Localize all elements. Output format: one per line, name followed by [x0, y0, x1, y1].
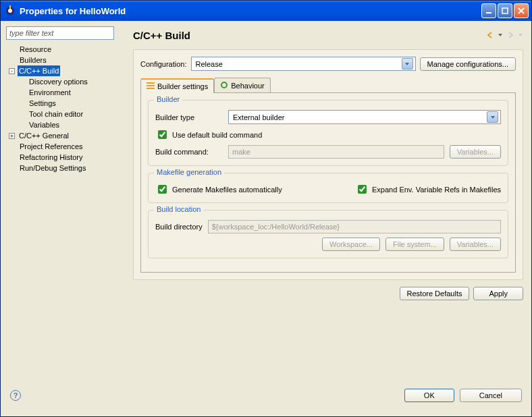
svg-rect-9: [147, 88, 155, 89]
build-location-group: Build location Build directory Workspace…: [148, 210, 508, 258]
apply-button[interactable]: Apply: [473, 287, 523, 300]
tree-item-environment[interactable]: Environment: [16, 87, 119, 98]
filter-input[interactable]: [6, 26, 114, 40]
app-icon: [5, 5, 16, 16]
builder-type-label: Builder type: [155, 113, 223, 121]
configuration-combo[interactable]: Release: [191, 57, 416, 71]
build-variables-button: Variables...: [450, 145, 501, 159]
expand-env-checkbox[interactable]: Expand Env. Variable Refs in Makefiles: [355, 183, 501, 196]
location-variables-button: Variables...: [450, 238, 501, 251]
nav-forward-icon: [506, 30, 515, 40]
restore-defaults-button[interactable]: Restore Defaults: [400, 287, 470, 300]
svg-point-10: [221, 82, 227, 88]
dropdown-icon: [518, 32, 523, 38]
svg-point-1: [8, 9, 12, 13]
tree-item-run-debug[interactable]: Run/Debug Settings: [6, 163, 119, 173]
svg-rect-2: [9, 5, 11, 9]
svg-rect-8: [147, 85, 155, 86]
tree-item-variables[interactable]: Variables: [16, 119, 119, 130]
build-directory-field: [208, 220, 501, 233]
tree-item-cpp-general[interactable]: +C/C++ General: [6, 130, 119, 141]
tree-item-toolchain[interactable]: Tool chain editor: [16, 109, 119, 119]
chevron-down-icon: [402, 58, 413, 70]
collapse-icon[interactable]: -: [9, 68, 15, 74]
build-directory-label: Build directory: [155, 223, 203, 231]
ok-button[interactable]: OK: [404, 389, 454, 402]
tab-behaviour[interactable]: Behaviour: [214, 78, 271, 92]
workspace-button: Workspace...: [322, 238, 380, 251]
build-command-field: [228, 145, 444, 159]
svg-rect-4: [502, 8, 508, 13]
use-default-build-checkbox[interactable]: Use default build command: [155, 128, 262, 141]
dropdown-icon[interactable]: [498, 32, 503, 38]
builder-type-combo[interactable]: External builder: [228, 110, 501, 124]
nav-tree: Resource Builders -C/C++ Build Discovery…: [6, 44, 119, 173]
generate-makefiles-checkbox[interactable]: Generate Makefiles automatically: [155, 183, 282, 196]
close-button[interactable]: [514, 3, 529, 18]
tree-item-discovery[interactable]: Discovery options: [16, 76, 119, 87]
nav-back-icon[interactable]: [485, 30, 495, 40]
tree-item-refactoring-history[interactable]: Refactoring History: [6, 152, 119, 163]
manage-configurations-button[interactable]: Manage configurations...: [420, 57, 516, 71]
tree-item-resource[interactable]: Resource: [6, 44, 119, 55]
tree-item-settings[interactable]: Settings: [16, 98, 119, 109]
maximize-button[interactable]: [498, 3, 512, 18]
builder-group: Builder Builder type External builder Us…: [148, 100, 508, 166]
list-icon: [147, 82, 155, 91]
titlebar: Properties for HelloWorld: [1, 1, 531, 21]
filesystem-button: File system...: [385, 238, 444, 251]
refresh-icon: [220, 81, 228, 90]
window-title: Properties for HelloWorld: [20, 6, 481, 16]
page-title: C/C++ Build: [133, 30, 485, 41]
cancel-button[interactable]: Cancel: [460, 389, 522, 402]
tree-item-builders[interactable]: Builders: [6, 55, 119, 65]
makefile-group: Makefile generation Generate Makefiles a…: [148, 173, 508, 203]
configuration-label: Configuration:: [140, 60, 187, 68]
help-icon[interactable]: ?: [10, 390, 21, 401]
tree-item-project-references[interactable]: Project References: [6, 141, 119, 152]
sidebar: Resource Builders -C/C++ Build Discovery…: [1, 21, 125, 382]
expand-icon[interactable]: +: [9, 133, 15, 139]
tree-item-cpp-build[interactable]: -C/C++ Build: [6, 65, 119, 76]
build-command-label: Build command:: [155, 148, 223, 156]
tab-builder-settings[interactable]: Builder settings: [140, 78, 214, 93]
svg-rect-7: [147, 82, 155, 84]
minimize-button[interactable]: [481, 3, 496, 18]
chevron-down-icon: [487, 111, 498, 123]
